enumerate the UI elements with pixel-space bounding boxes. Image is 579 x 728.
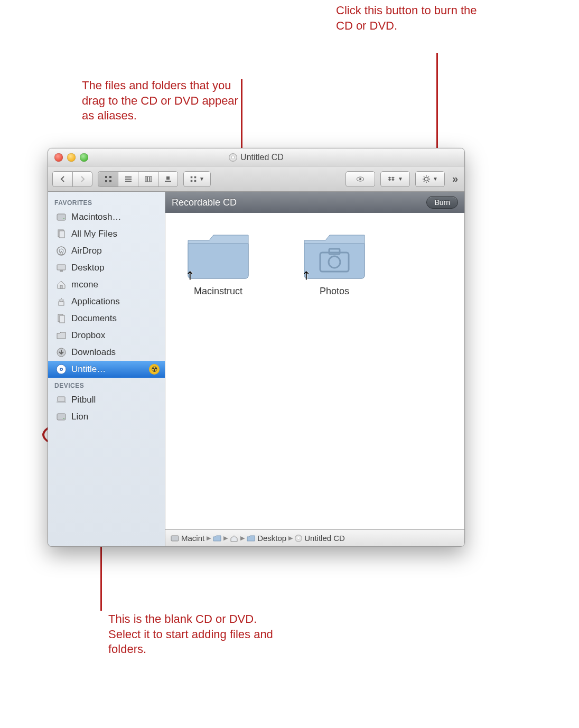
airdrop-icon — [55, 245, 67, 257]
svg-rect-30 — [59, 231, 64, 238]
nav-group — [52, 171, 92, 187]
sidebar-item-airdrop[interactable]: AirDrop — [48, 242, 165, 259]
path-item-macintosh[interactable]: Macint — [171, 534, 204, 543]
apps-icon — [55, 296, 67, 307]
icon-view-area[interactable]: ↗ Macinstruct — [165, 213, 464, 529]
close-button[interactable] — [54, 153, 63, 162]
svg-rect-43 — [58, 397, 65, 402]
sidebar-item-all-my-files[interactable]: All My Files — [48, 226, 165, 242]
svg-rect-3 — [109, 180, 111, 182]
sidebar-item-label: Pitbull — [71, 395, 96, 405]
docs-icon — [55, 313, 67, 324]
svg-rect-50 — [171, 536, 179, 541]
dropbox-button[interactable]: ▼ — [380, 171, 410, 187]
folder-label: Photos — [320, 286, 349, 297]
svg-point-18 — [424, 177, 428, 181]
desktop-icon — [55, 262, 67, 274]
finder-window: Untitled CD ▼ ▼ — [48, 148, 465, 547]
path-item-home[interactable] — [230, 535, 238, 542]
annotated-screenshot: Click this button to burn the CD or DVD.… — [0, 0, 579, 728]
burn-button[interactable]: Burn — [426, 196, 458, 209]
path-separator-icon: ▶ — [288, 535, 293, 542]
hdd-icon — [55, 411, 67, 423]
path-separator-icon: ▶ — [223, 535, 228, 542]
sidebar-item-applications[interactable]: Applications — [48, 293, 165, 310]
sidebar-item-dropbox[interactable]: Dropbox — [48, 327, 165, 344]
folder-item-photos[interactable]: ↗ Photos — [297, 229, 371, 297]
svg-rect-34 — [60, 270, 63, 272]
zoom-button[interactable] — [80, 153, 88, 162]
folder-icon: ↗ — [300, 229, 369, 282]
hdd-icon — [171, 535, 179, 542]
coverflow-view-button[interactable] — [158, 171, 178, 187]
sidebar-item-label: Desktop — [71, 263, 104, 273]
sidebar-favorites-header: FAVORITES — [48, 195, 165, 209]
minimize-button[interactable] — [67, 153, 76, 162]
arrange-button[interactable]: ▼ — [183, 171, 211, 187]
toolbar-overflow-icon[interactable]: » — [450, 173, 460, 185]
svg-rect-0 — [105, 176, 107, 178]
list-view-button[interactable] — [118, 171, 138, 187]
disc-icon — [55, 363, 67, 375]
disc-icon — [229, 153, 237, 162]
traffic-lights — [54, 153, 88, 162]
sidebar-item-label: Downloads — [71, 347, 116, 358]
forward-button[interactable] — [72, 171, 92, 187]
titlebar[interactable]: Untitled CD — [48, 148, 464, 166]
svg-rect-44 — [57, 402, 66, 403]
sidebar-item-label: Lion — [71, 412, 88, 422]
sidebar-item-documents[interactable]: Documents — [48, 310, 165, 327]
svg-rect-36 — [59, 302, 64, 305]
path-label: Untitled CD — [304, 534, 345, 543]
allfiles-icon — [55, 228, 67, 240]
back-button[interactable] — [52, 171, 72, 187]
svg-rect-13 — [194, 176, 197, 178]
sidebar-item-label: Untitle… — [71, 364, 106, 375]
icon-view-button[interactable] — [98, 171, 118, 187]
folder-item-macinstruct[interactable]: ↗ Macinstruct — [181, 229, 255, 297]
svg-line-25 — [424, 181, 425, 182]
svg-rect-27 — [57, 214, 66, 220]
path-separator-icon: ▶ — [207, 535, 211, 542]
sidebar-item-downloads[interactable]: Downloads — [48, 344, 165, 361]
folder-label: Macinstruct — [194, 286, 242, 297]
svg-rect-33 — [57, 265, 66, 270]
toolbar: ▼ ▼ ▼ » — [48, 166, 464, 192]
path-item-desktop[interactable]: Desktop — [247, 534, 286, 543]
home-icon — [230, 535, 238, 542]
path-label: Desktop — [257, 534, 286, 543]
burn-badge-icon[interactable]: ☢ — [149, 364, 160, 375]
downloads-icon — [55, 347, 67, 358]
svg-line-24 — [428, 181, 429, 182]
sidebar-item-desktop[interactable]: Desktop — [48, 259, 165, 276]
sidebar-item-label: Documents — [71, 313, 117, 324]
svg-line-26 — [428, 176, 429, 178]
sidebar-item-label: All My Files — [71, 229, 117, 239]
sidebar-item-untitled-cd[interactable]: Untitle… ☢ — [48, 361, 165, 378]
svg-rect-12 — [191, 176, 193, 178]
path-item-untitled-cd[interactable]: Untitled CD — [295, 534, 345, 543]
sidebar-item-label: Macintosh… — [71, 212, 121, 222]
svg-rect-1 — [109, 176, 111, 178]
sidebar-item-home[interactable]: mcone — [48, 276, 165, 293]
sidebar-item-pitbull[interactable]: Pitbull — [48, 391, 165, 408]
svg-point-42 — [61, 369, 62, 370]
annotation-select-disc: This is the blank CD or DVD. Select it t… — [108, 612, 288, 657]
path-bar[interactable]: Macint ▶ ▶ ▶ Desktop ▶ — [165, 529, 464, 546]
laptop-icon — [55, 394, 67, 406]
path-item-users[interactable] — [213, 535, 221, 542]
action-button[interactable]: ▼ — [415, 171, 445, 187]
window-body: FAVORITES Macintosh… All My Files AirDro… — [48, 192, 464, 546]
folder-icon — [213, 535, 221, 542]
svg-rect-10 — [166, 176, 170, 180]
sidebar-item-lion[interactable]: Lion — [48, 408, 165, 425]
sidebar-item-macintosh-hd[interactable]: Macintosh… — [48, 209, 165, 226]
column-view-button[interactable] — [138, 171, 158, 187]
quicklook-button[interactable] — [345, 171, 375, 187]
sidebar: FAVORITES Macintosh… All My Files AirDro… — [48, 192, 165, 546]
window-title-text: Untitled CD — [240, 153, 284, 162]
annotation-aliases: The files and folders that you drag to t… — [82, 78, 251, 124]
main-pane: Recordable CD Burn ↗ Macinstruct — [165, 192, 464, 546]
sidebar-item-label: AirDrop — [71, 246, 102, 256]
disc-icon — [295, 535, 302, 542]
